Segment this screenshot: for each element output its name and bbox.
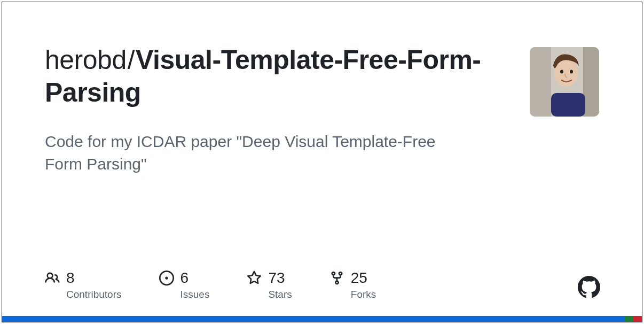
svg-point-6 <box>570 70 573 74</box>
stat-stars[interactable]: 73 Stars <box>247 269 292 300</box>
svg-point-5 <box>560 70 563 74</box>
stat-issues-count: 6 <box>180 269 189 287</box>
svg-rect-4 <box>551 93 585 117</box>
repo-owner[interactable]: herobd <box>45 45 127 75</box>
stat-issues-label: Issues <box>180 289 210 300</box>
stat-forks-label: Forks <box>351 289 376 300</box>
repo-title[interactable]: herobd/Visual-Template-Free-Form-Parsing <box>45 44 517 109</box>
stat-contributors-label: Contributors <box>66 289 122 300</box>
stat-contributors[interactable]: 8 Contributors <box>45 269 122 300</box>
stat-forks[interactable]: 25 Forks <box>329 269 376 300</box>
github-logo-icon[interactable] <box>578 276 600 298</box>
stat-stars-label: Stars <box>268 289 292 300</box>
issue-icon <box>159 271 174 286</box>
repo-social-card: herobd/Visual-Template-Free-Form-Parsing… <box>2 2 642 322</box>
avatar[interactable] <box>530 47 599 117</box>
title-row: herobd/Visual-Template-Free-Form-Parsing <box>45 44 599 117</box>
star-icon <box>247 271 262 286</box>
stat-contributors-count: 8 <box>66 269 75 287</box>
stats-row: 8 Contributors 6 Issues 73 Stars <box>45 269 376 300</box>
repo-description: Code for my ICDAR paper "Deep Visual Tem… <box>45 130 451 175</box>
language-bar <box>2 316 642 322</box>
language-bar-tail <box>625 316 642 322</box>
slash-separator: / <box>127 45 136 75</box>
people-icon <box>45 271 60 286</box>
svg-rect-2 <box>583 47 599 117</box>
fork-icon <box>329 271 344 286</box>
stat-forks-count: 25 <box>351 269 367 287</box>
stat-stars-count: 73 <box>268 269 285 287</box>
stat-issues[interactable]: 6 Issues <box>159 269 210 300</box>
content-area: herobd/Visual-Template-Free-Form-Parsing… <box>45 44 599 175</box>
svg-rect-1 <box>530 47 551 117</box>
